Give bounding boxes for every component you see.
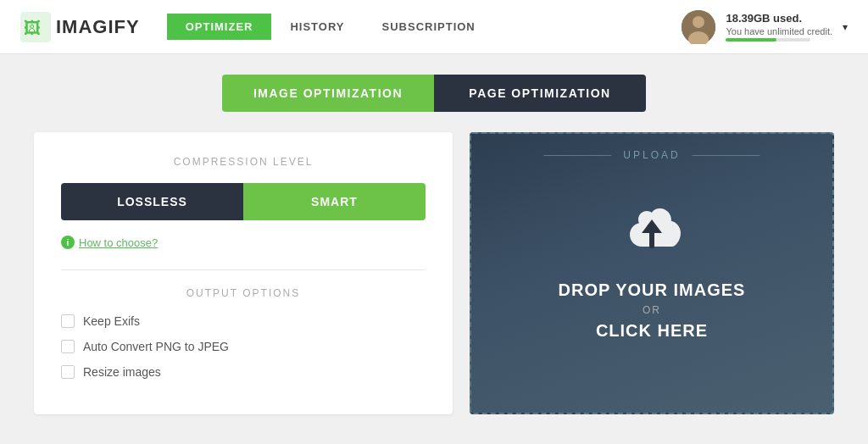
header: 🖼 IMAGIFY OPTIMIZER HISTORY SUBSCRIPTION… bbox=[0, 0, 868, 54]
svg-text:🖼: 🖼 bbox=[24, 19, 41, 37]
tab-image-optimization[interactable]: IMAGE OPTIMIZATION bbox=[222, 75, 434, 112]
logo-text: IMAGIFY bbox=[56, 16, 140, 38]
compression-section-label: COMPRESSION LEVEL bbox=[61, 156, 426, 168]
toggle-lossless[interactable]: LOSSLESS bbox=[61, 183, 243, 220]
nav-optimizer[interactable]: OPTIMIZER bbox=[167, 14, 272, 40]
storage-bar-fill bbox=[726, 38, 776, 42]
output-options-label: OUTPUT OPTIONS bbox=[61, 269, 426, 299]
storage-bar bbox=[726, 38, 810, 42]
auto-convert-checkbox[interactable] bbox=[61, 340, 75, 353]
upload-label: UPLOAD bbox=[543, 149, 760, 161]
auto-convert-item: Auto Convert PNG to JPEG bbox=[61, 340, 426, 353]
logo-area: 🖼 IMAGIFY bbox=[20, 12, 140, 42]
info-icon: i bbox=[61, 236, 75, 249]
tab-switcher: IMAGE OPTIMIZATION PAGE OPTIMIZATION bbox=[222, 75, 646, 112]
resize-images-label: Resize images bbox=[83, 365, 161, 379]
compression-toggle: LOSSLESS SMART bbox=[61, 183, 426, 220]
storage-credit-label: You have unlimited credit. bbox=[726, 26, 832, 36]
svg-rect-5 bbox=[649, 231, 654, 248]
header-right: 18.39GB used. You have unlimited credit.… bbox=[682, 10, 848, 44]
avatar bbox=[682, 10, 715, 44]
upload-area[interactable]: UPLOAD DROP YOUR IMAGES OR CLICK HERE bbox=[470, 132, 834, 414]
drop-text-click: CLICK HERE bbox=[596, 319, 708, 341]
cloud-upload-icon bbox=[618, 206, 686, 264]
drop-text-line1: DROP YOUR IMAGES bbox=[559, 279, 746, 301]
keep-exifs-label: Keep Exifs bbox=[83, 314, 140, 328]
nav-history[interactable]: HISTORY bbox=[271, 14, 363, 40]
main-nav: OPTIMIZER HISTORY SUBSCRIPTION bbox=[167, 14, 494, 40]
resize-images-item: Resize images bbox=[61, 365, 426, 379]
auto-convert-label: Auto Convert PNG to JPEG bbox=[83, 340, 229, 353]
panel-area: COMPRESSION LEVEL LOSSLESS SMART i How t… bbox=[34, 132, 834, 414]
svg-point-3 bbox=[693, 16, 704, 28]
upload-line-left bbox=[543, 155, 611, 156]
keep-exifs-item: Keep Exifs bbox=[61, 314, 426, 328]
logo-icon: 🖼 bbox=[20, 12, 51, 42]
resize-images-checkbox[interactable] bbox=[61, 365, 75, 379]
how-to-choose: i How to choose? bbox=[61, 236, 426, 249]
storage-used-label: 18.39GB used. bbox=[726, 12, 832, 25]
upload-text: UPLOAD bbox=[623, 149, 680, 161]
toggle-smart[interactable]: SMART bbox=[243, 183, 426, 220]
how-to-link[interactable]: How to choose? bbox=[79, 236, 158, 249]
or-text: OR bbox=[643, 304, 661, 316]
storage-info: 18.39GB used. You have unlimited credit. bbox=[726, 12, 832, 42]
main-content: IMAGE OPTIMIZATION PAGE OPTIMIZATION COM… bbox=[0, 54, 868, 435]
keep-exifs-checkbox[interactable] bbox=[61, 314, 75, 328]
account-dropdown-arrow[interactable]: ▾ bbox=[843, 21, 848, 33]
tab-page-optimization[interactable]: PAGE OPTIMIZATION bbox=[434, 75, 646, 112]
upload-line-right bbox=[693, 155, 760, 156]
nav-subscription[interactable]: SUBSCRIPTION bbox=[364, 14, 494, 40]
left-panel: COMPRESSION LEVEL LOSSLESS SMART i How t… bbox=[34, 132, 453, 414]
